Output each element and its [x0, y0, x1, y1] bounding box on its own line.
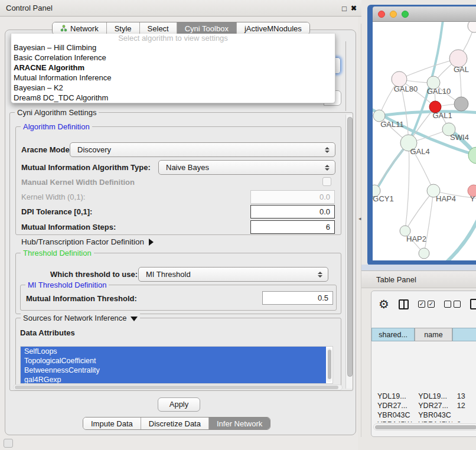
- network-window-titlebar[interactable]: [373, 6, 476, 22]
- expand-arrow-icon: [149, 239, 154, 246]
- table-cell: YDR27...: [415, 401, 452, 410]
- collapse-panel-button[interactable]: [4, 439, 13, 448]
- network-node-label: GAL1: [432, 111, 452, 120]
- table-cell: YPR145W: [415, 420, 452, 422]
- settings-gear-icon[interactable]: ⚙: [379, 298, 389, 310]
- sources-horizontal-scrollbar[interactable]: [13, 384, 343, 390]
- which-threshold-label: Which threshold to use:: [50, 270, 138, 279]
- tab-impute-data[interactable]: Impute Data: [83, 418, 141, 429]
- table-body: YDL19...YDL19...13YDR27...YDR27...12YBR0…: [371, 392, 476, 422]
- which-threshold-value: MI Threshold: [139, 270, 318, 279]
- table-row[interactable]: YPR145WYPR145W9.: [371, 420, 476, 422]
- algorithm-option[interactable]: Bayesian – Hill Climbing: [11, 43, 335, 53]
- hub-definition-label: Hub/Transcription Factor Definition: [21, 237, 144, 246]
- manual-kernel-width-label: Manual Kernel Width Definition: [21, 178, 135, 187]
- column-layout-icon[interactable]: [399, 299, 409, 309]
- network-svg: GALGAL80GAL10GAL1GAL11SWI4GAL4GCY1HAP4YH…: [373, 22, 476, 260]
- control-panel-titlebar: Control Panel □ ✖: [0, 0, 361, 17]
- column-header-name[interactable]: name: [415, 328, 452, 341]
- mi-steps-field[interactable]: 6: [250, 220, 335, 234]
- sources-hscroll-thumb[interactable]: [15, 386, 338, 389]
- tab-style[interactable]: Style: [107, 22, 140, 34]
- export-table-icon[interactable]: [470, 299, 476, 309]
- tab-infer-network[interactable]: Infer Network: [209, 418, 270, 429]
- tab-cyni-toolbox-label: Cyni Toolbox: [185, 24, 229, 33]
- network-canvas[interactable]: GALGAL80GAL10GAL1GAL11SWI4GAL4GCY1HAP4YH…: [373, 22, 476, 260]
- divider-collapse-arrow-icon[interactable]: ◂: [358, 216, 361, 221]
- algorithm-option-selected[interactable]: ARACNE Algorithm: [11, 63, 335, 73]
- settings-scrollbar-thumb[interactable]: [347, 117, 353, 377]
- apply-button[interactable]: Apply: [158, 397, 200, 412]
- settings-scrollbar[interactable]: [345, 115, 353, 389]
- float-window-icon[interactable]: □: [342, 4, 347, 13]
- network-edge: [424, 191, 433, 253]
- background-groupbox-edge: [345, 41, 346, 111]
- kernel-width-field[interactable]: 0.0: [250, 190, 335, 204]
- sources-group-title[interactable]: Sources for Network Inference: [21, 314, 140, 322]
- network-node-label: GAL11: [380, 120, 404, 129]
- algorithm-option[interactable]: Basic Correlation Inference: [11, 53, 335, 63]
- network-node-label: HAP4: [436, 194, 456, 203]
- network-edge: [405, 143, 409, 231]
- network-node[interactable]: [468, 22, 476, 32]
- mi-algorithm-type-select[interactable]: Naive Bayes: [158, 160, 335, 175]
- table-row[interactable]: YDR27...YDR27...12: [371, 401, 476, 410]
- data-attributes-label: Data Attributes: [20, 328, 75, 337]
- attributes-scrollbar-thumb[interactable]: [328, 350, 331, 379]
- sources-group-label: Sources for Network Inference: [23, 314, 127, 322]
- tab-jactivemnodules[interactable]: jActiveMNodules: [237, 22, 309, 34]
- table-panel: ⚙ ✓ ✓ shared... name YDL19...YDL19...13Y…: [371, 291, 476, 437]
- tab-network[interactable]: Network: [53, 22, 107, 34]
- aracne-mode-select[interactable]: Discovery: [70, 142, 335, 157]
- network-node-label: GAL4: [410, 147, 429, 156]
- bottom-tabbar: Impute Data Discretize Data Infer Networ…: [83, 417, 270, 430]
- network-node-label: GAL80: [394, 84, 418, 93]
- attribute-item-selected[interactable]: gal4RGexp: [21, 375, 326, 384]
- table-hscroll-thumb[interactable]: [375, 425, 476, 429]
- table-cell: YPR145W: [371, 420, 415, 422]
- table-panel-titlebar: Table Panel: [361, 270, 476, 288]
- dpi-tolerance-field[interactable]: 0.0: [250, 205, 335, 219]
- attribute-item-selected[interactable]: SelfLoops: [21, 347, 326, 356]
- mi-threshold-field[interactable]: 0.5: [262, 291, 333, 305]
- attribute-item-selected[interactable]: BetweennessCentrality: [21, 366, 326, 375]
- network-node-label: Y: [470, 194, 475, 203]
- manual-kernel-width-checkbox[interactable]: [322, 177, 331, 186]
- table-row[interactable]: YBR043CYBR043C: [371, 410, 476, 420]
- close-window-icon[interactable]: [378, 11, 385, 18]
- hub-definition-toggle[interactable]: Hub/Transcription Factor Definition: [21, 237, 154, 246]
- table-cell: YDL19...: [415, 392, 452, 401]
- minimize-window-icon[interactable]: [390, 11, 397, 18]
- algorithm-option[interactable]: Dream8 DC_TDC Algorithm: [11, 93, 335, 103]
- attribute-item-selected[interactable]: TopologicalCoefficient: [21, 356, 326, 366]
- algorithm-dropdown-popup: Select algorithm to view settings Bayesi…: [11, 34, 335, 103]
- column-header-clipped[interactable]: [452, 328, 476, 341]
- tab-cyni-toolbox[interactable]: Cyni Toolbox: [177, 22, 237, 34]
- data-attributes-list[interactable]: SelfLoops TopologicalCoefficient Between…: [20, 346, 333, 384]
- checked-checkbox-icon: ✓: [428, 301, 435, 308]
- table-row[interactable]: YDL19...YDL19...13: [371, 392, 476, 401]
- table-cell: [452, 410, 476, 420]
- tab-discretize-data-label: Discretize Data: [149, 419, 201, 428]
- table-cell: YDR27...: [371, 401, 415, 410]
- column-header-shared-name[interactable]: shared...: [371, 328, 415, 341]
- algorithm-option[interactable]: Mutual Information Inference: [11, 73, 335, 83]
- table-cell: YDL19...: [371, 392, 415, 401]
- table-toolbar: ⚙ ✓ ✓: [371, 291, 476, 317]
- network-node[interactable]: [454, 97, 468, 111]
- network-node-label: HAP2: [406, 234, 426, 243]
- show-columns-icon[interactable]: ✓ ✓: [418, 301, 435, 308]
- algorithm-option[interactable]: Bayesian – K2: [11, 83, 335, 93]
- network-edge: [379, 112, 476, 116]
- hide-columns-icon[interactable]: [444, 301, 461, 308]
- table-horizontal-scrollbar[interactable]: [373, 423, 476, 431]
- network-node[interactable]: [419, 248, 429, 259]
- which-threshold-select[interactable]: MI Threshold: [138, 267, 328, 282]
- tab-discretize-data[interactable]: Discretize Data: [141, 418, 209, 429]
- zoom-window-icon[interactable]: [402, 11, 409, 18]
- network-edge: [438, 199, 476, 260]
- close-panel-icon[interactable]: ✖: [351, 4, 357, 12]
- mi-steps-label: Mutual Information Steps:: [21, 223, 116, 231]
- tab-select[interactable]: Select: [140, 22, 177, 34]
- attributes-scrollbar[interactable]: [327, 348, 332, 382]
